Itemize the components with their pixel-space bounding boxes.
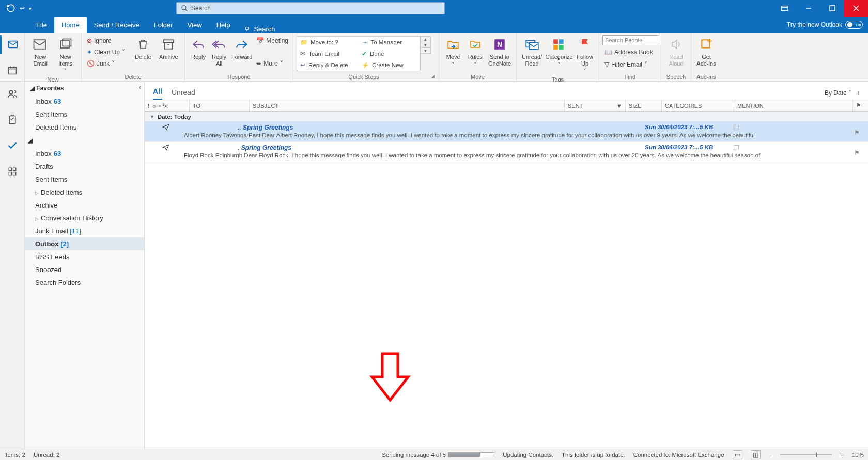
tab-folder[interactable]: Folder (147, 17, 180, 33)
categorize-button[interactable]: Categorize ˅ (544, 35, 574, 69)
quick-steps-gallery[interactable]: 📁Move to: ? →To Manager ✉Team Email ✔Don… (297, 36, 421, 71)
sort-by-date[interactable]: By Date ˅ (825, 89, 851, 97)
folder-search[interactable]: Search Folders (25, 276, 144, 289)
quick-steps-nav[interactable]: ▴▾▾ (421, 36, 431, 54)
view-normal-icon[interactable]: ▭ (733, 450, 742, 459)
qs-create-new[interactable]: ⚡Create New (359, 59, 420, 71)
fav-inbox-count: 63 (54, 98, 61, 105)
fav-inbox[interactable]: Inbox63 (25, 95, 144, 108)
collapse-folder-pane-icon[interactable]: ‹ (139, 84, 141, 91)
more-respond-button[interactable]: ➥More ˅ (254, 58, 290, 69)
col-size[interactable]: SIZE (625, 100, 661, 111)
folder-junk[interactable]: Junk Email [11] (25, 225, 144, 237)
zoom-in-icon[interactable]: + (840, 452, 844, 458)
folder-conversation-history[interactable]: ▷Conversation History (25, 212, 144, 225)
rules-button[interactable]: Rules ˅ (464, 35, 486, 69)
meeting-button[interactable]: 📅Meeting (254, 35, 290, 46)
rail-tasks-icon[interactable] (0, 110, 24, 129)
rail-mail-icon[interactable] (0, 35, 24, 54)
send-to-onenote-button[interactable]: NSend to OneNote (486, 35, 513, 68)
search-people-input[interactable]: Search People (602, 35, 659, 45)
folder-outbox[interactable]: Outbox [2] (25, 237, 144, 250)
new-items-button[interactable]: New Items ˅ (53, 35, 79, 75)
qs-reply-delete[interactable]: ↩Reply & Delete (297, 59, 359, 71)
fav-sent[interactable]: Sent Items (25, 108, 144, 121)
favorites-header[interactable]: ◢ Favorites (25, 82, 144, 95)
undo-icon[interactable]: ↩ (20, 5, 25, 12)
rail-more-icon[interactable] (0, 162, 24, 181)
account-header[interactable]: ◢ (25, 134, 144, 147)
maximize-button[interactable] (820, 0, 844, 17)
col-flags[interactable]: !☼▫⏧ (145, 100, 189, 111)
unread-read-button[interactable]: Unread/ Read (520, 35, 544, 68)
qs-up-icon[interactable]: ▴ (421, 37, 430, 42)
folder-archive[interactable]: Archive (25, 199, 144, 212)
folder-sent[interactable]: Sent Items (25, 173, 144, 186)
try-new-outlook[interactable]: Try the new Outlook Off (787, 17, 863, 33)
rail-people-icon[interactable] (0, 85, 24, 103)
folder-deleted[interactable]: ▷Deleted Items (25, 186, 144, 199)
search-input[interactable]: Search (176, 2, 445, 14)
view-reading-icon[interactable]: ◫ (751, 450, 761, 459)
qs-done[interactable]: ✔Done (359, 48, 420, 59)
close-button[interactable] (844, 0, 868, 17)
archive-button[interactable]: Archive (156, 35, 181, 61)
address-book-button[interactable]: 📖Address Book (602, 46, 659, 58)
col-mention[interactable]: MENTION (734, 100, 853, 111)
qs-expand-icon[interactable]: ▾ (421, 48, 430, 53)
folder-rss[interactable]: RSS Feeds (25, 250, 144, 263)
follow-up-button[interactable]: Follow Up ˅ (574, 35, 596, 75)
forward-button[interactable]: Forward (229, 35, 254, 61)
try-new-label: Try the new Outlook (787, 21, 842, 28)
reply-all-button[interactable]: Reply All (209, 35, 229, 68)
tab-view[interactable]: View (180, 17, 209, 33)
fav-deleted[interactable]: Deleted Items (25, 121, 144, 134)
delete-button[interactable]: Delete (130, 35, 156, 61)
folder-inbox[interactable]: Inbox63 (25, 147, 144, 160)
zoom-slider[interactable] (780, 454, 832, 455)
group-today[interactable]: ▼Date: Today (145, 112, 868, 122)
msg1-flag-icon[interactable]: ⚑ (854, 129, 860, 136)
refresh-icon[interactable] (6, 4, 16, 13)
tell-me-search[interactable]: Search (237, 25, 281, 33)
filter-all[interactable]: All (153, 87, 162, 100)
qs-team-email[interactable]: ✉Team Email (297, 48, 359, 59)
msg2-category-box[interactable] (734, 145, 739, 150)
tab-send-receive[interactable]: Send / Receive (87, 17, 147, 33)
rail-calendar-icon[interactable] (0, 61, 24, 80)
cleanup-button[interactable]: ✦Clean Up ˅ (85, 46, 130, 58)
get-addins-button[interactable]: Get Add-ins (694, 35, 718, 68)
filter-unread[interactable]: Unread (172, 88, 195, 100)
ignore-button[interactable]: ⊘Ignore (85, 35, 130, 46)
ribbon-display-icon[interactable] (773, 0, 797, 17)
rail-todo-icon[interactable] (0, 136, 24, 155)
minimize-button[interactable] (797, 0, 820, 17)
qs-move-to[interactable]: 📁Move to: ? (297, 37, 359, 48)
col-flag[interactable]: ⚑ (853, 100, 868, 111)
qs-to-manager[interactable]: →To Manager (359, 37, 420, 48)
tab-file[interactable]: File (29, 17, 54, 33)
dropdown-icon[interactable]: ▾ (29, 6, 32, 11)
reply-button[interactable]: Reply (188, 35, 209, 61)
new-email-button[interactable]: New Email (28, 35, 53, 68)
folder-snoozed[interactable]: Snoozed (25, 263, 144, 276)
move-button[interactable]: Move ˅ (442, 35, 464, 69)
qs-launcher-icon[interactable]: ◢ (431, 74, 435, 79)
col-to[interactable]: TO (189, 100, 249, 111)
sort-reverse-icon[interactable]: ↑ (857, 89, 860, 97)
tab-home[interactable]: Home (54, 17, 87, 33)
qs-down-icon[interactable]: ▾ (421, 42, 430, 48)
col-sent[interactable]: SENT▼ (564, 100, 625, 111)
msg2-flag-icon[interactable]: ⚑ (854, 149, 860, 156)
message-row-1[interactable]: .. Spring Greetings Sun 30/04/2023 7:...… (145, 122, 868, 142)
col-categories[interactable]: CATEGORIES (661, 100, 734, 111)
status-connected: Connected to: Microsoft Exchange (633, 452, 724, 458)
tab-help[interactable]: Help (209, 17, 238, 33)
zoom-out-icon[interactable]: − (769, 452, 772, 458)
msg1-category-box[interactable] (734, 125, 739, 130)
col-subject[interactable]: SUBJECT (249, 100, 564, 111)
filter-email-button[interactable]: ▽Filter Email ˅ (602, 59, 659, 70)
folder-drafts[interactable]: Drafts (25, 160, 144, 173)
junk-button[interactable]: 🚫Junk ˅ (85, 58, 130, 69)
message-row-2[interactable]: . Spring Greetings Sun 30/04/2023 7:... … (145, 142, 868, 162)
